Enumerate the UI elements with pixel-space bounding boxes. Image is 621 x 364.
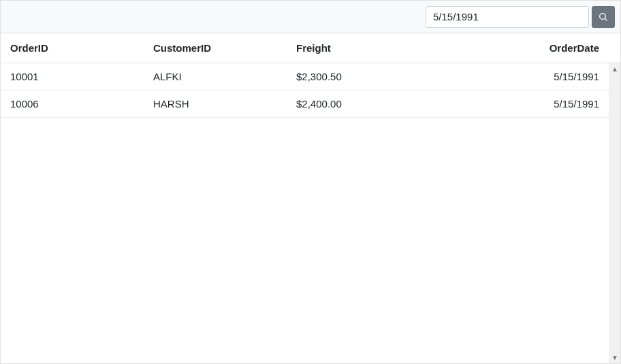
cell-freight: $2,400.00 [287,98,430,110]
scroll-down-arrow-icon[interactable]: ▼ [609,352,621,363]
cell-customerid: HARSH [144,98,287,110]
table-row[interactable]: 10006 HARSH $2,400.00 5/15/1991 [1,90,609,118]
cell-orderdate: 5/15/1991 [430,71,609,82]
svg-point-0 [600,13,606,19]
orders-grid: OrderID CustomerID Freight OrderDate 100… [0,0,621,364]
search-button[interactable] [592,6,615,28]
column-header-customerid[interactable]: CustomerID [144,33,287,63]
toolbar [1,1,620,33]
grid-rows: 10001 ALFKI $2,300.50 5/15/1991 10006 HA… [1,63,609,363]
search-input[interactable] [426,6,589,28]
scroll-up-arrow-icon[interactable]: ▲ [609,63,621,75]
cell-orderid: 10006 [1,98,144,110]
cell-orderdate: 5/15/1991 [430,98,609,110]
grid-body: 10001 ALFKI $2,300.50 5/15/1991 10006 HA… [1,63,620,363]
column-header-orderid[interactable]: OrderID [1,33,144,63]
column-header-orderdate[interactable]: OrderDate [430,33,609,63]
column-header-freight[interactable]: Freight [287,33,430,63]
cell-customerid: ALFKI [144,71,287,82]
table-row[interactable]: 10001 ALFKI $2,300.50 5/15/1991 [1,63,609,90]
search-icon [598,12,609,22]
cell-orderid: 10001 [1,71,144,82]
column-header-row: OrderID CustomerID Freight OrderDate [1,33,620,63]
cell-freight: $2,300.50 [287,71,430,82]
svg-line-1 [605,18,607,20]
vertical-scrollbar[interactable]: ▲ ▼ [609,63,620,363]
